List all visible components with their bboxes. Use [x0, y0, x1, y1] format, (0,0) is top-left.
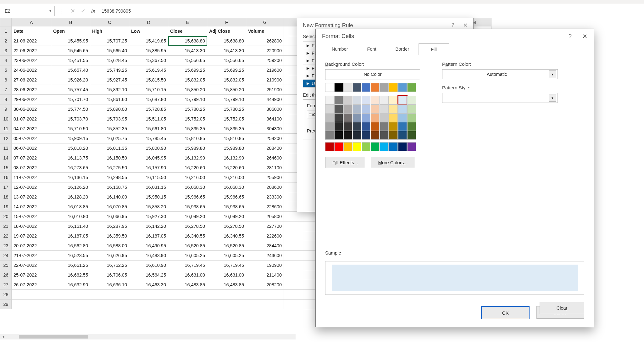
cell[interactable]: 16,216.00	[207, 173, 246, 182]
cell[interactable]: 15,966.65	[168, 192, 207, 202]
cell[interactable]: 16,520.85	[207, 241, 246, 251]
cell[interactable]: 16,187.05	[51, 231, 90, 241]
color-swatch[interactable]	[389, 142, 398, 151]
chevron-down-icon[interactable]: ▾	[549, 70, 556, 78]
cell[interactable]: 219600	[246, 65, 284, 75]
cell[interactable]: 16,058.30	[207, 182, 246, 192]
cell[interactable]: 16,158.75	[90, 182, 129, 192]
scroll-left-icon[interactable]: ◄	[0, 334, 6, 339]
cell[interactable]: 16,278.50	[207, 221, 246, 231]
cell[interactable]: 15,909.15	[51, 134, 90, 143]
color-swatch[interactable]	[380, 83, 389, 92]
cell[interactable]: 16,359.50	[90, 231, 129, 241]
cell[interactable]: 15-07-2022	[12, 212, 51, 221]
cell[interactable]: 15,413.30	[207, 46, 246, 56]
color-swatch[interactable]	[353, 113, 361, 122]
cell[interactable]: 15,832.05	[168, 75, 207, 85]
color-swatch[interactable]	[398, 122, 407, 131]
cell[interactable]: 222600	[246, 231, 284, 241]
cell[interactable]: 16,248.55	[90, 173, 129, 182]
color-swatch[interactable]	[353, 104, 361, 113]
cell[interactable]: 16,140.00	[90, 192, 129, 202]
cell[interactable]: 15,638.80	[168, 36, 207, 46]
cell[interactable]: 24-06-2022	[12, 65, 51, 75]
cell[interactable]: 243600	[246, 251, 284, 261]
cell[interactable]: 15,938.65	[207, 202, 246, 212]
cell[interactable]: 16,719.45	[207, 261, 246, 270]
cell[interactable]	[129, 300, 168, 309]
cell[interactable]: 16,626.95	[90, 251, 129, 261]
color-swatch[interactable]	[362, 104, 370, 113]
cell[interactable]: 15,545.65	[51, 46, 90, 56]
cell[interactable]: 284400	[246, 241, 284, 251]
cell[interactable]: High	[90, 26, 129, 36]
color-swatch[interactable]	[343, 131, 352, 140]
color-swatch[interactable]	[371, 83, 380, 92]
cell[interactable]: 220900	[246, 46, 284, 56]
cell[interactable]: 15,687.80	[129, 95, 168, 104]
cell[interactable]: 15,785.45	[129, 134, 168, 143]
row-header[interactable]: 9	[0, 104, 12, 114]
cell[interactable]: 15,701.70	[51, 95, 90, 104]
cell[interactable]: Low	[129, 26, 168, 36]
close-icon[interactable]: ✕	[463, 22, 468, 29]
cell[interactable]: 04-07-2022	[12, 124, 51, 134]
cell[interactable]: 15,661.80	[129, 124, 168, 134]
cell[interactable]: 15,752.05	[168, 114, 207, 124]
column-header[interactable]: E	[168, 18, 207, 26]
color-swatch[interactable]	[362, 113, 370, 122]
color-swatch[interactable]	[407, 104, 416, 113]
cell[interactable]: 15,703.70	[51, 114, 90, 124]
cell[interactable]: 15,927.45	[90, 75, 129, 85]
color-swatch[interactable]	[389, 122, 398, 131]
cell[interactable]: 15,419.85	[129, 36, 168, 46]
row-header[interactable]: 21	[0, 221, 12, 231]
cell[interactable]: 16,661.25	[51, 261, 90, 270]
cancel-icon[interactable]: ✕	[70, 8, 75, 14]
cell[interactable]: 29-06-2022	[12, 95, 51, 104]
cell[interactable]: 15,619.45	[129, 65, 168, 75]
cell[interactable]: 228600	[246, 202, 284, 212]
color-swatch[interactable]	[325, 104, 334, 113]
cell[interactable]: 15,892.10	[90, 85, 129, 95]
cell[interactable]: 16,142.20	[129, 221, 168, 231]
cell[interactable]: 16,187.05	[129, 231, 168, 241]
cell[interactable]: Date	[12, 26, 51, 36]
cell[interactable]: 15,385.95	[129, 46, 168, 56]
cell[interactable]: 12-07-2022	[12, 182, 51, 192]
row-header[interactable]: 29	[0, 300, 12, 309]
row-header[interactable]: 17	[0, 182, 12, 192]
cell[interactable]: 22-07-2022	[12, 261, 51, 270]
cell[interactable]: 208200	[246, 280, 284, 290]
color-swatch[interactable]	[380, 122, 389, 131]
cell[interactable]	[284, 280, 319, 290]
cell[interactable]: 16,287.95	[90, 221, 129, 231]
color-swatch[interactable]	[407, 122, 416, 131]
color-swatch[interactable]	[343, 96, 352, 104]
cell[interactable]: 15,511.05	[129, 114, 168, 124]
cell[interactable]: 16,273.65	[51, 163, 90, 173]
row-header[interactable]: 7	[0, 85, 12, 95]
color-swatch[interactable]	[362, 96, 370, 104]
color-swatch[interactable]	[380, 131, 389, 140]
color-swatch[interactable]	[343, 113, 352, 122]
row-header[interactable]: 19	[0, 202, 12, 212]
cell[interactable]: 15,861.60	[90, 95, 129, 104]
color-swatch[interactable]	[407, 113, 416, 122]
cell[interactable]: 262800	[246, 36, 284, 46]
cell[interactable]: 16,278.50	[168, 221, 207, 231]
color-swatch[interactable]	[380, 104, 389, 113]
cell[interactable]: 15,818.20	[51, 143, 90, 153]
row-header[interactable]: 27	[0, 280, 12, 290]
cell[interactable]: 16,011.35	[90, 143, 129, 153]
color-swatch[interactable]	[334, 131, 343, 140]
cell[interactable]: 16,483.90	[129, 251, 168, 261]
cell[interactable]: 15,858.20	[129, 202, 168, 212]
color-swatch[interactable]	[362, 142, 370, 151]
cell[interactable]: 16,070.85	[90, 202, 129, 212]
cell[interactable]: 16,631.00	[168, 270, 207, 280]
color-swatch[interactable]	[398, 96, 407, 104]
row-header[interactable]: 10	[0, 114, 12, 124]
cell[interactable]: 15,799.10	[207, 95, 246, 104]
cell[interactable]	[246, 290, 284, 300]
